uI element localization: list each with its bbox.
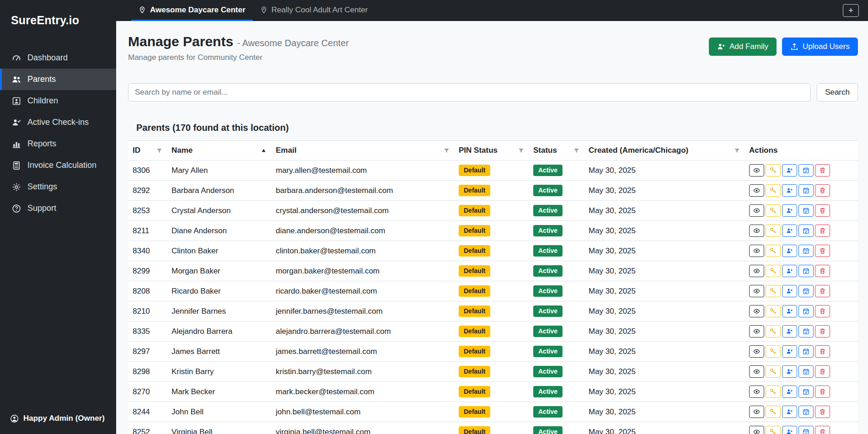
- filter-icon[interactable]: [444, 148, 450, 154]
- reset-pin-button[interactable]: [766, 406, 781, 418]
- checkin-calendar-button[interactable]: [798, 204, 814, 217]
- search-button[interactable]: Search: [817, 83, 858, 102]
- view-parent-button[interactable]: [749, 184, 764, 197]
- view-parent-button[interactable]: [749, 265, 764, 277]
- delete-parent-button[interactable]: [815, 325, 830, 338]
- view-parent-button[interactable]: [749, 204, 764, 217]
- delete-parent-button[interactable]: [815, 225, 830, 237]
- checkin-calendar-button[interactable]: [798, 265, 814, 277]
- sidebar-item-support[interactable]: Support: [0, 198, 116, 219]
- reset-pin-button[interactable]: [766, 426, 781, 434]
- view-parent-button[interactable]: [749, 164, 764, 177]
- sidebar-item-active-checkins[interactable]: Active Check-ins: [0, 112, 116, 133]
- assign-child-button[interactable]: [782, 164, 797, 177]
- delete-parent-button[interactable]: [815, 164, 830, 177]
- checkin-calendar-button[interactable]: [798, 365, 814, 378]
- delete-parent-button[interactable]: [815, 265, 830, 277]
- add-location-button[interactable]: +: [843, 4, 859, 17]
- reset-pin-button[interactable]: [766, 386, 781, 398]
- assign-child-button[interactable]: [782, 345, 797, 358]
- filter-icon[interactable]: [734, 148, 740, 154]
- view-parent-button[interactable]: [749, 426, 764, 434]
- checkin-calendar-button[interactable]: [798, 184, 814, 197]
- delete-parent-button[interactable]: [815, 184, 830, 197]
- column-header-pin-status[interactable]: PIN Status: [454, 141, 529, 161]
- assign-child-button[interactable]: [782, 325, 797, 338]
- assign-child-button[interactable]: [782, 285, 797, 297]
- sort-ascending-icon[interactable]: [261, 148, 267, 154]
- reset-pin-button[interactable]: [766, 204, 781, 217]
- view-parent-button[interactable]: [749, 406, 764, 418]
- assign-child-button[interactable]: [782, 204, 797, 217]
- view-parent-button[interactable]: [749, 345, 764, 358]
- assign-child-button[interactable]: [782, 365, 797, 378]
- view-parent-button[interactable]: [749, 325, 764, 338]
- checkin-calendar-button[interactable]: [798, 305, 814, 317]
- reset-pin-button[interactable]: [766, 305, 781, 317]
- assign-child-button[interactable]: [782, 245, 797, 257]
- filter-icon[interactable]: [573, 148, 579, 154]
- delete-parent-button[interactable]: [815, 406, 830, 418]
- assign-child-button[interactable]: [782, 406, 797, 418]
- sidebar-item-reports[interactable]: Reports: [0, 133, 116, 155]
- sidebar-item-parents[interactable]: Parents: [0, 69, 116, 90]
- upload-users-button[interactable]: Upload Users: [782, 38, 858, 56]
- view-parent-button[interactable]: [749, 285, 764, 297]
- column-header-status[interactable]: Status: [529, 141, 584, 161]
- delete-parent-button[interactable]: [815, 386, 830, 398]
- delete-parent-button[interactable]: [815, 426, 830, 434]
- delete-parent-button[interactable]: [815, 204, 830, 217]
- assign-child-button[interactable]: [782, 225, 797, 237]
- column-header-name[interactable]: Name: [167, 141, 271, 161]
- reset-pin-button[interactable]: [766, 325, 781, 338]
- reset-pin-button[interactable]: [766, 164, 781, 177]
- checkin-calendar-button[interactable]: [798, 285, 814, 297]
- filter-icon[interactable]: [518, 148, 524, 154]
- delete-parent-button[interactable]: [815, 245, 830, 257]
- view-parent-button[interactable]: [749, 386, 764, 398]
- checkin-calendar-button[interactable]: [798, 345, 814, 358]
- column-header-id[interactable]: ID: [128, 141, 167, 161]
- row-actions: [749, 204, 853, 217]
- assign-child-button[interactable]: [782, 386, 797, 398]
- sidebar-item-settings[interactable]: Settings: [0, 176, 116, 198]
- reset-pin-button[interactable]: [766, 225, 781, 237]
- assign-child-button[interactable]: [782, 305, 797, 317]
- search-input[interactable]: [128, 83, 811, 102]
- tab-awesome-daycare-center[interactable]: Awesome Daycare Center: [131, 0, 253, 21]
- assign-child-button[interactable]: [782, 426, 797, 434]
- sidebar-item-children[interactable]: Children: [0, 90, 116, 112]
- column-header-email[interactable]: Email: [271, 141, 454, 161]
- reset-pin-button[interactable]: [766, 345, 781, 358]
- checkin-calendar-button[interactable]: [798, 406, 814, 418]
- reset-pin-button[interactable]: [766, 365, 781, 378]
- delete-parent-button[interactable]: [815, 345, 830, 358]
- delete-parent-button[interactable]: [815, 365, 830, 378]
- add-family-button[interactable]: Add Family: [709, 38, 777, 56]
- delete-parent-button[interactable]: [815, 285, 830, 297]
- view-parent-button[interactable]: [749, 305, 764, 317]
- checkin-calendar-button[interactable]: [798, 426, 814, 434]
- calendar-check-icon: [803, 348, 809, 355]
- cell-status: Active: [529, 422, 584, 434]
- view-parent-button[interactable]: [749, 225, 764, 237]
- checkin-calendar-button[interactable]: [798, 325, 814, 338]
- checkin-calendar-button[interactable]: [798, 386, 814, 398]
- assign-child-button[interactable]: [782, 184, 797, 197]
- view-parent-button[interactable]: [749, 365, 764, 378]
- reset-pin-button[interactable]: [766, 184, 781, 197]
- checkin-calendar-button[interactable]: [798, 245, 814, 257]
- filter-icon[interactable]: [156, 148, 162, 154]
- sidebar-item-invoice-calculation[interactable]: Invoice Calculation: [0, 155, 116, 176]
- checkin-calendar-button[interactable]: [798, 164, 814, 177]
- view-parent-button[interactable]: [749, 245, 764, 257]
- delete-parent-button[interactable]: [815, 305, 830, 317]
- checkin-calendar-button[interactable]: [798, 225, 814, 237]
- tab-really-cool-adult-art-center[interactable]: Really Cool Adult Art Center: [253, 0, 375, 21]
- assign-child-button[interactable]: [782, 265, 797, 277]
- reset-pin-button[interactable]: [766, 285, 781, 297]
- sidebar-item-dashboard[interactable]: Dashboard: [0, 47, 116, 69]
- reset-pin-button[interactable]: [766, 245, 781, 257]
- column-header-created[interactable]: Created (America/Chicago): [584, 141, 745, 161]
- reset-pin-button[interactable]: [766, 265, 781, 277]
